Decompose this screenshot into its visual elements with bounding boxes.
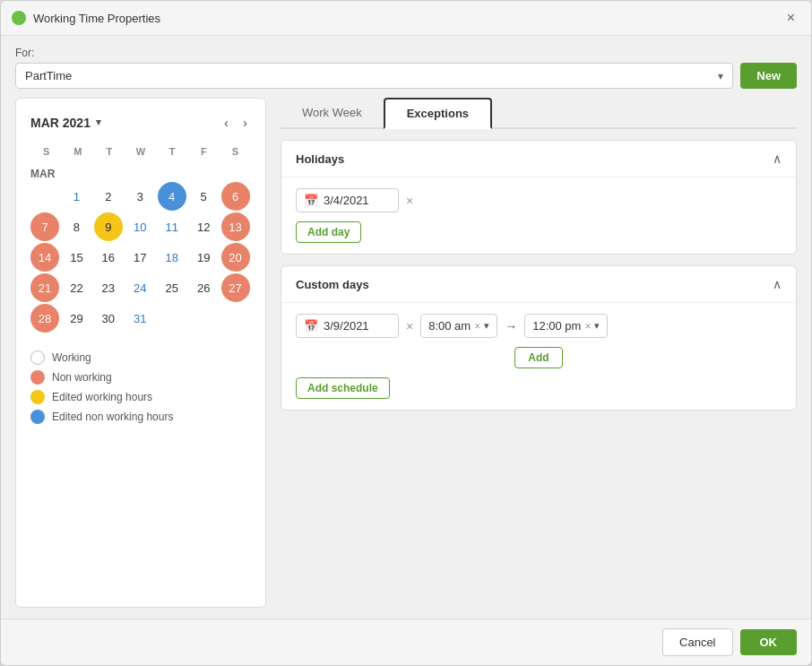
day-22[interactable]: 22 xyxy=(62,273,91,302)
calendar-icon: 📅 xyxy=(304,194,318,207)
day-10[interactable]: 10 xyxy=(125,212,154,241)
day-15[interactable]: 15 xyxy=(62,243,91,272)
title-bar: Working Time Properties × xyxy=(1,1,811,36)
tab-work-week[interactable]: Work Week xyxy=(281,98,384,129)
cancel-button[interactable]: Cancel xyxy=(662,628,732,656)
legend-non-working: Non working xyxy=(30,370,251,385)
custom-days-collapse-button[interactable]: ∧ xyxy=(773,277,782,291)
arrow-right-icon: → xyxy=(505,319,517,333)
holidays-collapse-button[interactable]: ∧ xyxy=(773,151,782,166)
holidays-date-input[interactable] xyxy=(324,194,391,207)
day-empty xyxy=(30,182,59,211)
holidays-add-day-button[interactable]: Add day xyxy=(296,221,361,243)
calendar-grid: S M T W T F S MAR 1 2 xyxy=(30,143,251,333)
ok-button[interactable]: OK xyxy=(740,629,798,655)
custom-days-title: Custom days xyxy=(296,278,369,291)
day-11[interactable]: 11 xyxy=(158,212,186,241)
day-header-f: F xyxy=(188,143,220,160)
day-5[interactable]: 5 xyxy=(189,182,218,211)
day-header-w: W xyxy=(125,143,156,160)
week-4: 21 22 23 24 25 26 27 xyxy=(30,273,251,302)
dialog-body: For: PartTime ▾ New MAR 2021 ▾ ‹ xyxy=(1,36,811,618)
custom-days-date-input-wrapper[interactable]: 📅 xyxy=(296,314,399,338)
day-3[interactable]: 3 xyxy=(125,182,154,211)
day-28[interactable]: 28 xyxy=(30,304,59,333)
start-time-remove-icon[interactable]: × xyxy=(474,320,480,333)
day-header-s2: S xyxy=(220,143,251,160)
day-12[interactable]: 12 xyxy=(189,212,218,241)
holidays-header: Holidays ∧ xyxy=(281,141,796,177)
new-button[interactable]: New xyxy=(740,63,797,89)
calendar-header: MAR 2021 ▾ ‹ › xyxy=(30,113,251,132)
for-label: For: xyxy=(15,47,797,59)
day-23[interactable]: 23 xyxy=(94,273,123,302)
next-month-button[interactable]: › xyxy=(239,113,251,132)
day-8[interactable]: 8 xyxy=(62,212,91,241)
custom-days-date-input[interactable] xyxy=(324,319,391,333)
parttime-select[interactable]: PartTime ▾ xyxy=(15,63,733,89)
holidays-title: Holidays xyxy=(296,152,344,166)
day-30[interactable]: 30 xyxy=(94,304,123,333)
for-row-controls: PartTime ▾ New xyxy=(15,63,797,89)
tabs: Work Week Exceptions xyxy=(281,98,797,129)
dialog: Working Time Properties × For: PartTime … xyxy=(0,0,812,666)
custom-days-section: Custom days ∧ 📅 × 8:00 am × xyxy=(281,265,797,411)
day-9[interactable]: 9 xyxy=(94,212,123,241)
legend: Working Non working Edited working hours… xyxy=(30,350,251,424)
day-21[interactable]: 21 xyxy=(30,273,59,302)
day-29[interactable]: 29 xyxy=(62,304,91,333)
day-17[interactable]: 17 xyxy=(125,243,154,272)
day-20[interactable]: 20 xyxy=(221,243,250,272)
day-27[interactable]: 27 xyxy=(221,273,250,302)
day-25[interactable]: 25 xyxy=(158,273,186,302)
chevron-down-icon: ▾ xyxy=(718,70,723,82)
dialog-footer: Cancel OK xyxy=(1,618,811,665)
holidays-remove-button[interactable]: × xyxy=(406,194,413,208)
day-13[interactable]: 13 xyxy=(221,212,250,241)
end-time-value: 12:00 pm xyxy=(532,319,581,333)
app-icon xyxy=(12,11,26,25)
custom-days-time-row: 📅 × 8:00 am × ▾ → 12:00 pm xyxy=(296,314,782,338)
legend-dot-working xyxy=(30,350,45,365)
day-18[interactable]: 18 xyxy=(158,243,186,272)
day-2[interactable]: 2 xyxy=(94,182,123,211)
month-year-label: MAR 2021 xyxy=(30,116,91,130)
add-schedule-button[interactable]: Add schedule xyxy=(296,377,390,399)
day-31[interactable]: 31 xyxy=(125,304,154,333)
day-6[interactable]: 6 xyxy=(221,182,250,211)
day-headers: S M T W T F S xyxy=(30,143,251,160)
end-time-remove-icon[interactable]: × xyxy=(584,320,591,333)
week-3: 14 15 16 17 18 19 20 xyxy=(30,243,251,272)
start-time-dropdown-icon[interactable]: ▾ xyxy=(484,320,489,332)
weeks: 1 2 3 4 5 6 7 8 9 10 xyxy=(30,182,251,333)
custom-days-date-remove-button[interactable]: × xyxy=(406,319,413,333)
day-4[interactable]: 4 xyxy=(158,182,186,211)
day-14[interactable]: 14 xyxy=(30,243,59,272)
month-dropdown-arrow[interactable]: ▾ xyxy=(96,117,101,128)
day-header-m: M xyxy=(62,143,93,160)
legend-dot-edited-non-working xyxy=(30,410,45,424)
start-time-wrapper[interactable]: 8:00 am × ▾ xyxy=(420,314,497,338)
end-time-dropdown-icon[interactable]: ▾ xyxy=(594,320,600,332)
for-row: For: PartTime ▾ New xyxy=(15,47,797,89)
nav-arrows: ‹ › xyxy=(220,113,251,132)
prev-month-button[interactable]: ‹ xyxy=(220,113,232,132)
week-5: 28 29 30 31 xyxy=(30,304,251,333)
legend-dot-non-working xyxy=(30,370,45,385)
end-time-wrapper[interactable]: 12:00 pm × ▾ xyxy=(524,314,608,338)
start-time-value: 8:00 am xyxy=(428,319,471,333)
holidays-date-input-wrapper[interactable]: 📅 xyxy=(296,188,399,212)
day-empty3 xyxy=(189,304,218,333)
day-19[interactable]: 19 xyxy=(189,243,218,272)
day-24[interactable]: 24 xyxy=(125,273,154,302)
tab-exceptions[interactable]: Exceptions xyxy=(384,98,492,129)
day-7[interactable]: 7 xyxy=(30,212,59,241)
title-bar-left: Working Time Properties xyxy=(12,11,160,25)
month-label: MAR xyxy=(30,164,251,182)
legend-label-edited-working: Edited working hours xyxy=(52,391,152,403)
close-button[interactable]: × xyxy=(782,8,800,28)
day-26[interactable]: 26 xyxy=(189,273,218,302)
day-16[interactable]: 16 xyxy=(94,243,123,272)
custom-days-add-button[interactable]: Add xyxy=(514,347,562,368)
day-1[interactable]: 1 xyxy=(62,182,91,211)
